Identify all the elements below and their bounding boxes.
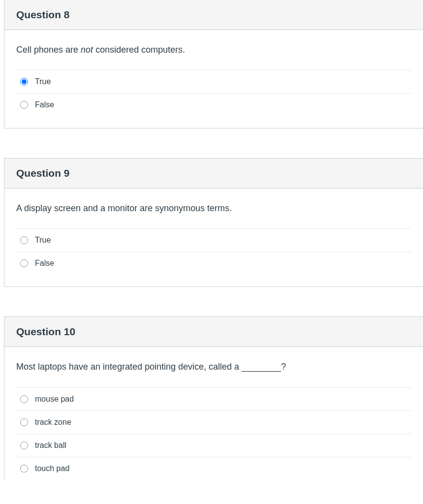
question-block-8: Question 8 Cell phones are not considere… [4, 0, 423, 128]
option-label: True [35, 77, 51, 86]
options-list: True False [16, 70, 411, 116]
option-row-touch-pad[interactable]: touch pad [16, 457, 411, 480]
radio-icon[interactable] [20, 441, 28, 449]
option-label: touch pad [35, 464, 69, 473]
radio-icon[interactable] [20, 236, 28, 244]
option-label: track ball [35, 441, 66, 450]
option-row-mouse-pad[interactable]: mouse pad [16, 387, 411, 410]
options-list: mouse pad track zone track ball touch pa… [16, 387, 411, 480]
option-row-false[interactable]: False [16, 252, 411, 275]
question-header: Question 10 [4, 317, 423, 347]
radio-icon[interactable] [20, 395, 28, 403]
question-body: Most laptops have an integrated pointing… [4, 347, 423, 479]
question-body: Cell phones are not considered computers… [4, 30, 423, 128]
question-block-10: Question 10 Most laptops have an integra… [4, 316, 423, 479]
option-label: True [35, 236, 51, 245]
radio-icon[interactable] [20, 465, 28, 472]
radio-icon[interactable] [20, 418, 28, 426]
radio-icon[interactable] [20, 101, 28, 109]
question-title: Question 8 [16, 9, 70, 20]
question-prompt: A display screen and a monitor are synon… [16, 202, 411, 215]
question-block-9: Question 9 A display screen and a monito… [4, 158, 423, 287]
question-prompt: Cell phones are not considered computers… [16, 44, 411, 56]
option-row-true[interactable]: True [16, 228, 411, 252]
question-header: Question 9 [4, 158, 423, 189]
option-row-false[interactable]: False [16, 93, 411, 116]
option-row-true[interactable]: True [16, 70, 411, 93]
question-title: Question 10 [16, 326, 75, 337]
question-body: A display screen and a monitor are synon… [4, 189, 423, 286]
option-label: track zone [35, 418, 71, 427]
prompt-text-pre: Cell phones are [16, 45, 81, 55]
option-row-track-ball[interactable]: track ball [16, 434, 411, 457]
question-title: Question 9 [16, 167, 70, 179]
question-prompt: Most laptops have an integrated pointing… [16, 361, 411, 373]
option-label: False [35, 259, 54, 268]
option-label: False [35, 100, 54, 109]
question-header: Question 8 [4, 0, 423, 30]
options-list: True False [16, 228, 411, 275]
option-label: mouse pad [35, 395, 74, 404]
radio-icon[interactable] [20, 259, 28, 267]
option-row-track-zone[interactable]: track zone [16, 410, 411, 434]
prompt-text-em: not [81, 45, 93, 55]
radio-icon[interactable] [20, 78, 28, 86]
prompt-text-post: considered computers. [93, 45, 185, 55]
